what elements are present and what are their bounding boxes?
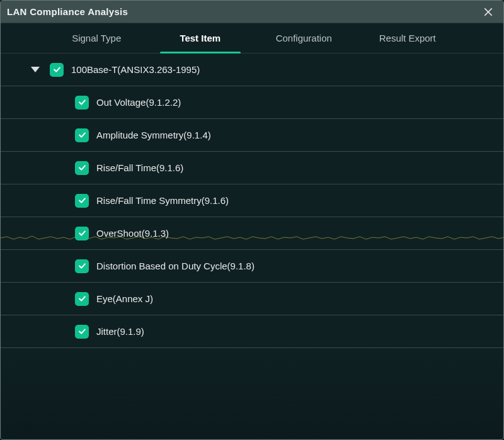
tab-label: Test Item (180, 33, 220, 43)
check-icon (77, 228, 87, 238)
tree-child-row[interactable]: Rise/Fall Time Symmetry(9.1.6) (1, 184, 503, 217)
checkbox[interactable] (50, 63, 64, 77)
tree-child-row[interactable]: Amplitude Symmetry(9.1.4) (1, 119, 503, 152)
tab-label: Result Export (379, 33, 436, 43)
checkbox[interactable] (75, 325, 89, 339)
tab-bar: Signal Type Test Item Configuration Resu… (1, 23, 503, 54)
tree-parent-row[interactable]: 100Base-T(ANSIX3.263-1995) (1, 54, 503, 86)
checkbox[interactable] (75, 259, 89, 273)
checkbox[interactable] (75, 161, 89, 175)
tree-child-label: Rise/Fall Time(9.1.6) (96, 162, 183, 173)
check-icon (77, 130, 87, 140)
tab-label: Signal Type (72, 33, 121, 43)
tree-child-row[interactable]: Out Voltage(9.1.2.2) (1, 86, 503, 119)
tree-child-label: Eye(Annex J) (96, 293, 153, 304)
checkbox[interactable] (75, 128, 89, 142)
test-item-list: 100Base-T(ANSIX3.263-1995) Out Voltage(9… (1, 54, 503, 439)
chevron-down-icon[interactable] (31, 67, 40, 72)
check-icon (52, 65, 62, 74)
tree-child-row[interactable]: Rise/Fall Time(9.1.6) (1, 152, 503, 184)
check-icon (77, 261, 87, 271)
checkbox[interactable] (75, 96, 89, 110)
tree-child-row[interactable]: Distortion Based on Duty Cycle(9.1.8) (1, 250, 503, 283)
tree-child-label: Rise/Fall Time Symmetry(9.1.6) (96, 195, 229, 206)
checkbox[interactable] (75, 227, 89, 240)
check-icon (77, 327, 87, 336)
tab-test-item[interactable]: Test Item (149, 23, 253, 53)
lan-compliance-window: LAN Compliance Analysis Signal Type Test… (0, 0, 504, 440)
tree-child-label: Jitter(9.1.9) (96, 326, 144, 337)
tree-child-label: Amplitude Symmetry(9.1.4) (96, 130, 211, 140)
close-icon (483, 6, 494, 18)
tree-child-row[interactable]: Eye(Annex J) (1, 283, 503, 315)
tree-parent-label: 100Base-T(ANSIX3.263-1995) (71, 64, 200, 75)
checkbox[interactable] (75, 194, 89, 208)
check-icon (77, 196, 87, 205)
tab-configuration[interactable]: Configuration (252, 23, 356, 53)
check-icon (77, 98, 87, 107)
window-title: LAN Compliance Analysis (7, 6, 128, 17)
tree-child-label: OverShoot(9.1.3) (96, 228, 169, 239)
tree-child-row[interactable]: Jitter(9.1.9) (1, 315, 503, 348)
close-button[interactable] (479, 3, 497, 21)
checkbox[interactable] (75, 292, 89, 306)
tab-result-export[interactable]: Result Export (356, 23, 460, 53)
check-icon (77, 163, 87, 172)
check-icon (77, 294, 87, 303)
tree-child-label: Distortion Based on Duty Cycle(9.1.8) (96, 261, 255, 271)
tab-label: Configuration (276, 33, 332, 43)
tree-child-row[interactable]: OverShoot(9.1.3) (1, 217, 503, 250)
tree-child-label: Out Voltage(9.1.2.2) (96, 97, 181, 108)
titlebar: LAN Compliance Analysis (1, 1, 503, 23)
tab-signal-type[interactable]: Signal Type (45, 23, 149, 53)
